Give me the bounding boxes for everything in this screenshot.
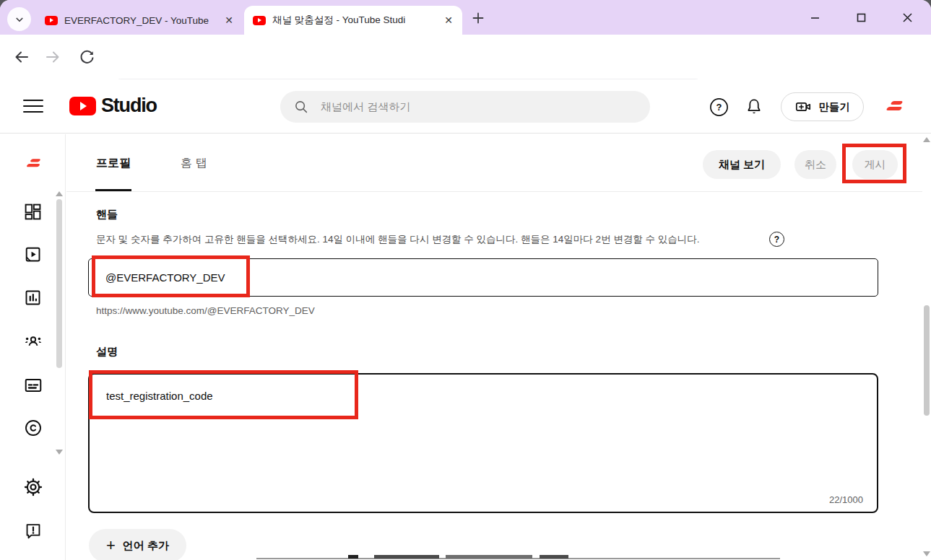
back-button[interactable]	[11, 46, 33, 68]
youtube-favicon	[253, 14, 266, 27]
close-button[interactable]	[898, 8, 917, 27]
sidebar-item-settings[interactable]	[0, 470, 66, 504]
page-scrollbar-thumb[interactable]	[924, 305, 930, 416]
handle-help-icon[interactable]: ?	[769, 232, 784, 247]
browser-tab-bar: EVERFACTORY_DEV - YouTube ✕ 채널 맞춤설정 - Yo…	[0, 0, 931, 35]
new-tab-button[interactable]	[469, 9, 487, 27]
page-scrollbar[interactable]	[922, 134, 931, 560]
chevron-down-icon	[13, 13, 26, 26]
tab-close-icon[interactable]: ✕	[222, 14, 235, 27]
youtube-studio-logo[interactable]: Studio	[69, 95, 157, 117]
handle-description: 문자 및 숫자를 추가하여 고유한 핸들을 선택하세요. 14일 이내에 핸들을…	[96, 233, 700, 246]
gear-icon	[23, 477, 43, 497]
sidebar-item-copyright[interactable]	[0, 411, 66, 445]
sidebar-item-analytics[interactable]	[0, 280, 66, 315]
page-tab-strip: 프로필 홈 탭 채널 보기 취소 게시	[66, 134, 922, 192]
browser-tab-active[interactable]: 채널 맞춤설정 - YouTube Studi ✕	[244, 6, 462, 35]
back-arrow-icon	[13, 48, 30, 66]
annotation-box-publish	[842, 144, 906, 183]
window-controls	[805, 0, 925, 35]
analytics-icon	[23, 288, 43, 307]
community-icon	[23, 331, 43, 351]
handle-url-preview: https://www.youtube.com/@EVERFACTORY_DEV	[96, 305, 315, 316]
channel-avatar-logo[interactable]	[883, 98, 906, 115]
sidebar-item-dashboard[interactable]	[0, 194, 66, 229]
help-button[interactable]: ?	[709, 97, 729, 117]
tab-title: EVERFACTORY_DEV - YouTube	[64, 15, 217, 26]
search-icon	[293, 99, 309, 115]
tab-close-icon[interactable]: ✕	[442, 14, 455, 27]
desktop-background: EVERFACTORY_DEV - YouTube ✕ 채널 맞춤설정 - Yo…	[0, 0, 931, 560]
customization-page: 프로필 홈 탭 채널 보기 취소 게시 핸들 문자 및 숫자를 추가하여 고유한…	[66, 134, 922, 560]
tab-title: 채널 맞춤설정 - YouTube Studi	[272, 14, 436, 27]
forward-arrow-icon	[44, 48, 61, 66]
view-channel-button[interactable]: 채널 보기	[703, 150, 781, 179]
add-language-label: 언어 추가	[123, 539, 169, 553]
hamburger-menu-icon[interactable]	[23, 97, 43, 115]
tab-search-button[interactable]	[7, 7, 31, 31]
help-icon: ?	[709, 97, 729, 117]
reload-button[interactable]	[76, 46, 98, 68]
add-language-button[interactable]: + 언어 추가	[89, 529, 186, 560]
plus-icon: +	[106, 538, 116, 554]
create-button[interactable]: 만들기	[781, 92, 864, 121]
subtitles-icon	[23, 375, 43, 395]
forward-button[interactable]	[42, 46, 64, 68]
studio-sidebar	[0, 134, 66, 560]
search-placeholder: 채널에서 검색하기	[321, 100, 410, 114]
tab-profile[interactable]: 프로필	[96, 156, 131, 171]
browser-tab-inactive[interactable]: EVERFACTORY_DEV - YouTube ✕	[36, 6, 243, 35]
sidebar-item-subtitles[interactable]	[0, 368, 66, 403]
cancel-button[interactable]: 취소	[794, 150, 836, 179]
studio-logo-text: Studio	[101, 95, 157, 117]
annotation-box-handle	[92, 255, 250, 297]
bell-icon	[745, 97, 763, 116]
description-heading: 설명	[96, 345, 118, 359]
annotation-box-description	[89, 370, 358, 419]
video-plus-icon	[794, 98, 812, 115]
handle-heading: 핸들	[96, 208, 118, 222]
clipped-next-row	[256, 555, 780, 560]
svg-text:?: ?	[716, 102, 722, 113]
plus-icon	[472, 12, 484, 24]
reload-icon	[79, 49, 95, 66]
browser-window: EVERFACTORY_DEV - YouTube ✕ 채널 맞춤설정 - Yo…	[0, 0, 931, 560]
feedback-icon	[24, 522, 43, 541]
studio-search-bar[interactable]: 채널에서 검색하기	[280, 91, 650, 123]
youtube-favicon	[45, 14, 58, 27]
sidebar-item-community[interactable]	[0, 324, 66, 359]
dashboard-icon	[23, 202, 43, 222]
sidebar-item-content[interactable]	[0, 237, 66, 271]
everfactory-logo-icon	[23, 157, 43, 171]
scrollbar-down-arrow[interactable]	[923, 551, 930, 556]
copyright-icon	[23, 418, 43, 438]
maximize-button[interactable]	[852, 8, 870, 27]
scrollbar-up-arrow[interactable]	[923, 137, 930, 142]
notifications-button[interactable]	[744, 97, 764, 117]
youtube-play-icon	[69, 97, 96, 115]
sidebar-item-feedback[interactable]	[0, 514, 66, 548]
sidebar-scroll-down[interactable]	[56, 450, 63, 455]
content-videos-icon	[23, 245, 43, 264]
minimize-button[interactable]	[805, 8, 824, 27]
browser-toolbar: studio.youtube.com/channel/UCoMXZlOaDyjp…	[0, 35, 931, 79]
sidebar-channel-avatar[interactable]	[0, 146, 66, 181]
create-button-label: 만들기	[818, 100, 850, 114]
everfactory-logo-icon	[883, 98, 906, 115]
tab-home[interactable]: 홈 탭	[181, 156, 207, 171]
char-counter: 22/1000	[829, 494, 863, 505]
